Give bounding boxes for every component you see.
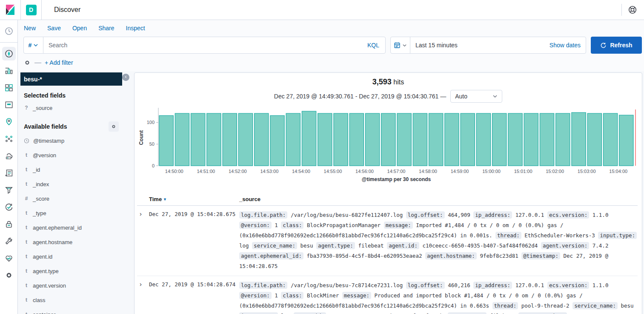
toolbar-link-open[interactable]: Open [72, 25, 87, 32]
histogram-bar[interactable] [587, 113, 601, 166]
histogram-bar[interactable] [381, 113, 395, 166]
nav-item-canvas-icon[interactable] [2, 98, 16, 112]
field-key-pill: @version: [239, 292, 272, 299]
field-key-pill: agent.hostname: [425, 252, 477, 259]
nav-item-dev-tools-wrench-icon[interactable] [2, 234, 16, 248]
app-badge-container[interactable]: D [21, 0, 42, 20]
field-item-score[interactable]: #_score [20, 191, 122, 206]
histogram-bar[interactable] [159, 115, 173, 166]
field-item-agenthostname[interactable]: tagent.hostname [20, 235, 122, 249]
histogram-bar[interactable] [508, 113, 522, 166]
saved-query-menu-button[interactable]: # [24, 37, 43, 53]
histogram-bar[interactable] [238, 113, 252, 166]
show-dates-button[interactable]: Show dates [550, 42, 586, 49]
histogram-bar[interactable] [302, 111, 316, 166]
histogram-bar[interactable] [349, 113, 364, 166]
nav-item-monitoring-heart-icon[interactable] [2, 251, 16, 265]
toolbar-link-share[interactable]: Share [98, 25, 114, 32]
field-item-index[interactable]: t_index [20, 177, 122, 191]
svg-text:15:02:00: 15:02:00 [546, 169, 564, 174]
nav-item-bar-chart-icon[interactable] [2, 64, 16, 78]
nav-item-management-gear-icon[interactable] [2, 268, 16, 282]
field-key-pill: class: [281, 292, 303, 299]
svg-text:14:59:00: 14:59:00 [451, 169, 469, 174]
histogram-bar[interactable] [191, 113, 205, 166]
time-range-value[interactable]: Last 15 minutes [410, 42, 550, 49]
siem-lock-icon [4, 219, 14, 229]
available-fields-list: @timestampt@versiont_idt_index#_scoret_t… [20, 133, 122, 314]
histogram-interval-select[interactable]: Auto [450, 90, 502, 103]
toolbar-link-save[interactable]: Save [47, 25, 61, 32]
histogram-bar[interactable] [318, 113, 332, 166]
nav-item-logs-icon[interactable] [2, 166, 16, 180]
toolbar-link-inspect[interactable]: Inspect [126, 25, 145, 32]
field-type-icon: t [24, 311, 29, 314]
nav-item-machine-learning-icon[interactable] [2, 132, 16, 146]
histogram-bar[interactable] [603, 113, 617, 166]
add-filter-button[interactable]: + Add filter [45, 59, 73, 66]
field-key-pill: input.type: [239, 312, 278, 314]
field-type-icon: t [24, 239, 29, 245]
field-settings-gear-icon[interactable] [109, 121, 119, 132]
histogram-bar[interactable] [476, 113, 490, 166]
monitoring-heart-icon [4, 254, 14, 263]
search-input[interactable] [43, 42, 367, 49]
field-name: class [33, 297, 46, 303]
nav-item-apm-funnel-icon[interactable] [2, 183, 16, 197]
nav-item-compass-icon[interactable] [2, 47, 16, 60]
field-item-source[interactable]: ?_source [20, 101, 122, 115]
help-life-ring-icon[interactable] [628, 5, 637, 14]
histogram-bar[interactable] [429, 113, 443, 166]
histogram-bar[interactable] [540, 113, 554, 166]
date-quick-select-button[interactable] [391, 37, 410, 53]
nav-item-metrics-cloud-icon[interactable] [2, 149, 16, 163]
histogram-bar[interactable] [255, 113, 269, 166]
search-bar: # KQL [23, 37, 386, 54]
expand-row-icon[interactable]: › [137, 280, 142, 288]
field-item-version[interactable]: t@version [20, 148, 122, 162]
histogram-bar[interactable] [365, 113, 379, 166]
field-item-class[interactable]: tclass [20, 293, 122, 307]
field-key-pill: @timestamp: [521, 252, 560, 259]
nav-item-uptime-icon[interactable] [2, 200, 16, 214]
histogram-bar[interactable] [619, 115, 633, 166]
nav-item-dashboard-icon[interactable] [2, 81, 16, 95]
histogram-chart[interactable]: 05010014:50:0014:51:0014:52:0014:53:0014… [135, 106, 642, 184]
histogram-bar[interactable] [492, 113, 507, 166]
kibana-logo[interactable] [0, 0, 21, 20]
kql-syntax-button[interactable]: KQL [367, 42, 385, 49]
nav-item-siem-lock-icon[interactable] [2, 217, 16, 231]
histogram-bar[interactable] [207, 113, 221, 166]
field-item-type[interactable]: t_type [20, 206, 122, 220]
field-item-agentid[interactable]: tagent.id [20, 249, 122, 264]
histogram-bar[interactable] [461, 113, 475, 166]
histogram-bar[interactable] [524, 113, 538, 166]
histogram-bar[interactable] [397, 113, 411, 166]
field-item-agentephemeralid[interactable]: tagent.ephemeral_id [20, 220, 122, 235]
field-item-agenttype[interactable]: tagent.type [20, 264, 122, 278]
histogram-bar[interactable] [572, 112, 586, 166]
collapse-sidebar-button[interactable]: ‹ [122, 74, 129, 81]
histogram-bar[interactable] [175, 113, 189, 166]
toolbar-link-new[interactable]: New [24, 25, 36, 32]
field-item-id[interactable]: t_id [20, 162, 122, 177]
metrics-cloud-icon [4, 151, 14, 161]
histogram-bar[interactable] [445, 113, 459, 166]
field-item-timestamp[interactable]: @timestamp [20, 133, 122, 148]
histogram-bar[interactable] [334, 113, 348, 166]
histogram-bar[interactable] [556, 113, 570, 166]
histogram-bar[interactable] [223, 113, 237, 166]
nav-item-clock-icon[interactable] [2, 24, 16, 38]
filter-settings-gear-icon[interactable] [23, 59, 31, 66]
histogram-bar[interactable] [413, 113, 427, 166]
histogram-bar[interactable] [286, 113, 300, 166]
expand-row-icon[interactable]: › [137, 210, 142, 217]
field-item-container[interactable]: tcontainer [20, 307, 122, 314]
index-pattern-selector[interactable]: besu-* [20, 72, 122, 86]
svg-text:14:54:00: 14:54:00 [292, 169, 310, 174]
refresh-button[interactable]: Refresh [591, 37, 642, 54]
nav-item-maps-pin-icon[interactable] [2, 115, 16, 129]
time-column-header[interactable]: Time▼ [149, 196, 239, 202]
histogram-bar[interactable] [270, 115, 284, 166]
field-item-agentversion[interactable]: tagent.version [20, 278, 122, 293]
